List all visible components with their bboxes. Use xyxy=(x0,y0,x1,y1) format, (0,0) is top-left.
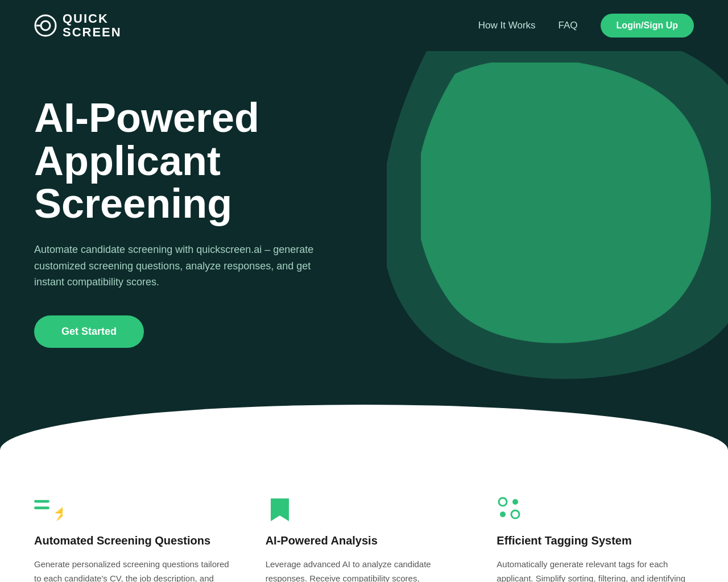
get-started-button[interactable]: Get Started xyxy=(34,315,144,348)
svg-point-9 xyxy=(511,510,519,518)
hero-decoration xyxy=(364,51,728,404)
features-section: ⚡ Automated Screening Questions Generate… xyxy=(0,450,728,582)
feature-desc-analysis: Leverage advanced AI to analyze candidat… xyxy=(266,558,463,582)
feature-desc-tagging: Automatically generate relevant tags for… xyxy=(497,558,694,582)
wave-divider xyxy=(0,405,728,450)
screening-icon: ⚡ xyxy=(34,496,63,524)
navbar: Quick Screen How It Works FAQ Login/Sign… xyxy=(0,0,728,51)
logo-text: Quick Screen xyxy=(63,12,122,39)
bookmark-icon xyxy=(266,496,294,524)
feature-desc-screening: Generate personalized screening question… xyxy=(34,558,231,582)
svg-point-7 xyxy=(512,499,518,505)
hero-section: AI-Powered Applicant Screening Automate … xyxy=(0,51,728,405)
logo: Quick Screen xyxy=(34,12,122,39)
svg-point-1 xyxy=(41,21,50,30)
logo-icon xyxy=(34,14,57,37)
feature-automated-screening: ⚡ Automated Screening Questions Generate… xyxy=(34,496,231,582)
feature-title-tagging: Efficient Tagging System xyxy=(497,534,694,547)
hero-content: AI-Powered Applicant Screening Automate … xyxy=(0,51,375,405)
tagging-icon xyxy=(497,496,525,524)
hero-subtitle: Automate candidate screening with quicks… xyxy=(34,242,341,290)
svg-rect-3 xyxy=(34,500,49,503)
nav-faq[interactable]: FAQ xyxy=(559,20,578,31)
login-button[interactable]: Login/Sign Up xyxy=(601,14,694,38)
nav-how-it-works[interactable]: How It Works xyxy=(478,20,536,31)
feature-tagging: Efficient Tagging System Automatically g… xyxy=(497,496,694,582)
hero-title: AI-Powered Applicant Screening xyxy=(34,97,341,226)
blob-inner xyxy=(421,63,717,347)
svg-point-8 xyxy=(500,512,506,517)
nav-links: How It Works FAQ Login/Sign Up xyxy=(478,14,694,38)
feature-ai-analysis: AI-Powered Analysis Leverage advanced AI… xyxy=(266,496,463,582)
feature-title-analysis: AI-Powered Analysis xyxy=(266,534,463,547)
features-grid: ⚡ Automated Screening Questions Generate… xyxy=(34,496,694,582)
svg-rect-4 xyxy=(34,506,49,509)
feature-title-screening: Automated Screening Questions xyxy=(34,534,231,547)
svg-point-6 xyxy=(499,498,507,506)
svg-text:⚡: ⚡ xyxy=(52,504,63,522)
